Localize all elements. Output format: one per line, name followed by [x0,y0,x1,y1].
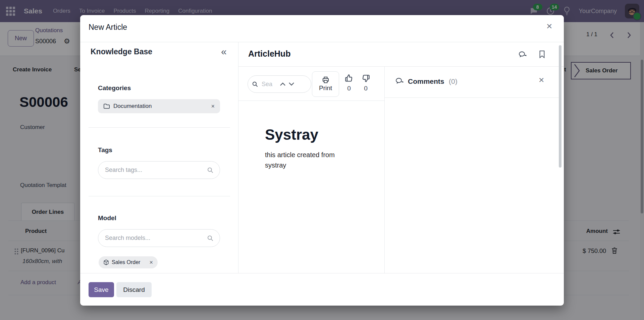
print-button[interactable]: Print [312,71,339,97]
article-hub-title: ArticleHub [248,49,290,59]
model-search-input[interactable] [104,234,207,242]
tags-label: Tags [98,146,112,154]
folder-icon [103,103,110,109]
toolbar-divider [238,101,384,101]
thumbs-down-icon [361,74,370,83]
thumbs-up-icon [344,74,354,83]
section-divider [89,127,230,128]
article-search-box [248,75,311,93]
save-button[interactable]: Save [89,282,114,297]
article-search-input[interactable] [261,80,277,88]
dislikes-count: 0 [364,85,368,92]
model-chip[interactable]: Sales Order × [99,256,158,268]
model-label: Model [98,214,116,222]
search-icon [252,81,258,87]
sidebar-divider [238,42,238,273]
print-label: Print [319,84,332,92]
comments-header-icon [395,77,405,86]
article-body[interactable]: this article created from systray [265,150,352,171]
modal-footer-divider [80,273,564,273]
model-search-box [98,229,220,247]
article-comments-icon[interactable] [518,51,528,59]
collapse-sidebar-icon[interactable]: « [221,46,227,57]
modal-close-icon[interactable]: × [546,21,552,31]
thumbs-up-button[interactable]: 0 [344,74,354,92]
page: Sales Orders To Invoice Products Reporti… [0,0,644,320]
category-chip[interactable]: Documentation × [98,99,220,113]
category-chip-label: Documentation [113,103,152,110]
search-icon [207,167,214,174]
modal-scrollbar-thumb[interactable] [559,45,561,168]
comments-close-icon[interactable]: × [539,75,544,85]
new-article-modal: New Article × Knowledge Base « Categorie… [80,15,564,306]
remove-category-icon[interactable]: × [211,103,215,110]
comments-header-divider [384,98,560,98]
remove-model-icon[interactable]: × [149,259,153,266]
chevron-up-icon[interactable] [280,82,286,86]
hub-header-divider [238,66,564,67]
comments-title: Comments [408,77,444,85]
bookmark-icon[interactable] [538,50,546,59]
categories-label: Categories [98,84,131,92]
comments-count: (0) [449,77,458,85]
model-chip-label: Sales Order [112,259,140,265]
cube-icon [103,259,109,265]
modal-title: New Article [89,23,127,32]
discard-button[interactable]: Discard [116,282,152,297]
printer-icon [322,76,329,83]
tags-search-box [98,161,220,179]
chevron-down-icon[interactable] [288,82,294,86]
tags-search-input[interactable] [104,166,207,174]
modal-header-divider [80,42,564,42]
thumbs-down-button[interactable]: 0 [361,74,370,92]
section-divider [89,196,230,196]
knowledge-base-title: Knowledge Base [91,47,152,56]
likes-count: 0 [347,85,351,92]
article-heading[interactable]: Systray [265,126,318,143]
search-icon [207,235,214,242]
